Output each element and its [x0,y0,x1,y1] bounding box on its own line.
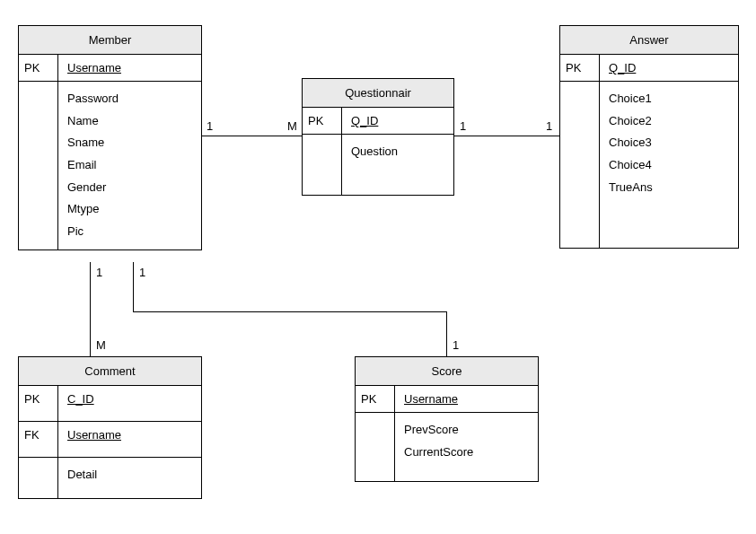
pk-row: PK Username [19,55,201,82]
card-label: 1 [546,119,552,133]
entity-title: Score [356,357,538,386]
card-label: 1 [460,119,466,133]
pk-attr: Q_ID [600,55,738,81]
attr: PrevScore [404,419,529,442]
card-label: 1 [207,119,213,133]
pk-attr: Username [58,55,201,81]
entity-title: Questionnair [303,79,453,108]
attrs-row: PrevScore CurrentScore [356,413,538,481]
rel-questionnair-answer [454,136,559,136]
pk-attr: Username [395,386,538,412]
key-col-empty [19,458,58,498]
attr-list: PrevScore CurrentScore [395,413,538,481]
attr-list: Question [342,135,453,195]
attr-list: Detail [58,458,201,498]
entity-comment: Comment PK C_ID FK Username Detail [18,356,202,499]
er-diagram: Member PK Username Password Name Sname E… [0,0,756,534]
pk-row: PK Q_ID [303,108,453,135]
rel-member-score-h [133,311,446,312]
rel-member-score-v2 [446,311,447,356]
rel-member-comment [90,262,91,356]
key-col-empty [356,413,395,481]
card-label: 1 [139,266,145,279]
rel-member-score-v1 [133,262,134,311]
attr: Mtype [67,198,192,221]
card-label: M [96,338,106,352]
fk-row: FK Username [19,422,201,458]
attr: Name [67,110,192,133]
attr-list: Password Name Sname Email Gender Mtype P… [58,82,201,249]
attr: Question [351,141,444,163]
card-label: M [287,119,297,133]
attr: TrueAns [609,177,729,199]
pk-label: PK [560,55,600,81]
attr: Email [67,154,192,177]
fk-attr: Username [58,422,201,457]
attrs-row: Question [303,135,453,195]
attr: CurrentScore [404,442,529,464]
attr: Gender [67,177,192,199]
attr: Choice1 [609,88,729,110]
attrs-row: Password Name Sname Email Gender Mtype P… [19,82,201,249]
pk-label: PK [303,108,342,134]
attr: Sname [67,132,192,154]
pk-label: PK [356,386,395,412]
key-col-empty [303,135,342,195]
pk-attr: C_ID [58,386,201,421]
pk-attr: Q_ID [342,108,453,134]
entity-member: Member PK Username Password Name Sname E… [18,25,202,250]
attr: Password [67,88,192,110]
pk-label: PK [19,386,58,421]
attr: Pic [67,221,192,243]
card-label: 1 [96,266,102,279]
attr: Detail [67,464,192,486]
entity-title: Member [19,26,201,55]
rel-member-questionnair [202,136,302,136]
attrs-row: Detail [19,458,201,498]
pk-row: PK C_ID [19,386,201,422]
entity-score: Score PK Username PrevScore CurrentScore [355,356,539,482]
attrs-row: Choice1 Choice2 Choice3 Choice4 TrueAns [560,82,738,248]
entity-questionnair: Questionnair PK Q_ID Question [302,78,454,196]
attr-list: Choice1 Choice2 Choice3 Choice4 TrueAns [600,82,738,248]
pk-row: PK Q_ID [560,55,738,82]
card-label: 1 [453,338,459,352]
entity-title: Comment [19,357,201,386]
entity-answer: Answer PK Q_ID Choice1 Choice2 Choice3 C… [559,25,739,249]
entity-title: Answer [560,26,738,55]
attr: Choice4 [609,154,729,177]
fk-label: FK [19,422,58,457]
attr: Choice3 [609,132,729,154]
key-col-empty [19,82,58,249]
key-col-empty [560,82,600,248]
attr: Choice2 [609,110,729,133]
pk-row: PK Username [356,386,538,413]
pk-label: PK [19,55,58,81]
